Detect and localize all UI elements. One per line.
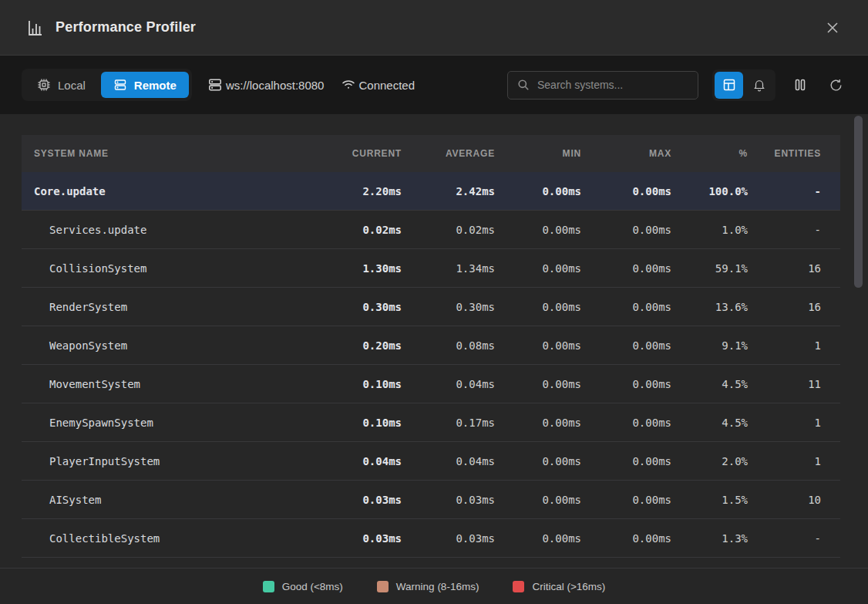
- close-button[interactable]: [820, 15, 845, 40]
- bar-chart-icon: [26, 19, 45, 37]
- entities-cell: 16: [748, 262, 840, 275]
- min-cell: 0.00ms: [495, 494, 581, 506]
- pause-button[interactable]: [789, 74, 811, 96]
- endpoint-url: ws://localhost:8080: [226, 79, 325, 92]
- pause-icon: [793, 78, 807, 92]
- percent-cell: 59.1%: [671, 262, 748, 275]
- table-row[interactable]: CollectibleSystem 0.03ms 0.03ms 0.00ms 0…: [22, 519, 840, 558]
- col-average[interactable]: AVERAGE: [402, 148, 495, 159]
- table-row[interactable]: Services.update 0.02ms 0.02ms 0.00ms 0.0…: [22, 211, 840, 249]
- current-cell: 0.30ms: [313, 301, 402, 313]
- endpoint-info: ws://localhost:8080: [207, 77, 325, 93]
- percent-cell: 1.0%: [671, 224, 748, 236]
- entities-cell: -: [748, 185, 840, 197]
- table-row[interactable]: RenderSystem 0.30ms 0.30ms 0.00ms 0.00ms…: [22, 288, 840, 326]
- performance-profiler-window: Performance Profiler Local: [0, 0, 868, 604]
- table-row[interactable]: MovementSystem 0.10ms 0.04ms 0.00ms 0.00…: [22, 365, 840, 403]
- table-row[interactable]: AISystem 0.03ms 0.03ms 0.00ms 0.00ms 1.5…: [22, 481, 840, 519]
- alerts-button[interactable]: [745, 72, 773, 99]
- legend-warning-label: Warning (8-16ms): [396, 581, 479, 592]
- table-view-button[interactable]: [715, 72, 743, 99]
- min-cell: 0.00ms: [495, 532, 581, 545]
- percent-cell: 2.0%: [671, 455, 748, 467]
- mode-switch: Local Remote: [22, 69, 192, 101]
- table-row[interactable]: EnemySpawnSystem 0.10ms 0.17ms 0.00ms 0.…: [22, 403, 840, 442]
- legend-footer: Good (<8ms) Warning (8-16ms) Critical (>…: [0, 568, 868, 604]
- system-name-cell: EnemySpawnSystem: [22, 417, 313, 429]
- col-entities[interactable]: ENTITIES: [748, 148, 840, 159]
- average-cell: 0.30ms: [402, 301, 495, 313]
- search-box: [507, 71, 698, 100]
- percent-cell: 100.0%: [671, 185, 748, 197]
- legend-item-good: Good (<8ms): [263, 581, 343, 592]
- min-cell: 0.00ms: [495, 224, 581, 236]
- remote-mode-button[interactable]: Remote: [101, 72, 189, 98]
- table-row[interactable]: PlayerInputSystem 0.04ms 0.04ms 0.00ms 0…: [22, 442, 840, 481]
- min-cell: 0.00ms: [495, 378, 581, 390]
- system-name-cell: CollisionSystem: [22, 262, 313, 275]
- max-cell: 0.00ms: [581, 339, 671, 352]
- refresh-icon: [829, 78, 843, 93]
- col-percent[interactable]: %: [671, 148, 748, 159]
- refresh-button[interactable]: [825, 74, 846, 96]
- legend-critical-label: Critical (>16ms): [532, 581, 605, 592]
- system-name-cell: Services.update: [22, 224, 313, 236]
- col-max[interactable]: MAX: [581, 148, 671, 159]
- average-cell: 0.03ms: [402, 532, 495, 545]
- magnifier-icon: [517, 79, 530, 91]
- system-name-cell: RenderSystem: [22, 301, 313, 313]
- percent-cell: 9.1%: [671, 339, 748, 352]
- vertical-scrollbar-thumb[interactable]: [854, 116, 863, 288]
- legend-item-critical: Critical (>16ms): [513, 581, 605, 592]
- view-toggle: [712, 69, 775, 101]
- min-cell: 0.00ms: [495, 339, 581, 352]
- col-current[interactable]: CURRENT: [313, 148, 402, 159]
- entities-cell: 16: [748, 301, 840, 313]
- entities-cell: 1: [748, 417, 840, 429]
- current-cell: 0.20ms: [313, 339, 402, 352]
- system-name-cell: AISystem: [22, 494, 313, 506]
- col-system-name[interactable]: SYSTEM NAME: [22, 148, 313, 159]
- average-cell: 1.34ms: [402, 262, 495, 275]
- system-name-cell: CollectibleSystem: [22, 532, 313, 545]
- max-cell: 0.00ms: [581, 262, 671, 275]
- system-name-cell: Core.update: [22, 185, 313, 197]
- max-cell: 0.00ms: [581, 494, 671, 506]
- table-body: Core.update 2.20ms 2.42ms 0.00ms 0.00ms …: [22, 172, 840, 558]
- legend-good-label: Good (<8ms): [282, 581, 343, 592]
- min-cell: 0.00ms: [495, 185, 581, 197]
- max-cell: 0.00ms: [581, 417, 671, 429]
- entities-cell: 10: [748, 494, 840, 506]
- table-row[interactable]: Core.update 2.20ms 2.42ms 0.00ms 0.00ms …: [22, 172, 840, 211]
- toolbar-right-group: [507, 69, 846, 101]
- system-name-cell: WeaponSystem: [22, 339, 313, 352]
- table-row[interactable]: WeaponSystem 0.20ms 0.08ms 0.00ms 0.00ms…: [22, 326, 840, 365]
- current-cell: 0.10ms: [313, 378, 402, 390]
- current-cell: 0.04ms: [313, 455, 402, 467]
- bell-icon: [752, 78, 766, 92]
- legend-item-warning: Warning (8-16ms): [377, 581, 479, 592]
- search-input[interactable]: [537, 79, 688, 91]
- table-row[interactable]: CollisionSystem 1.30ms 1.34ms 0.00ms 0.0…: [22, 249, 840, 288]
- server-icon: [207, 77, 223, 93]
- connection-status-label: Connected: [358, 79, 415, 92]
- current-cell: 0.03ms: [313, 494, 402, 506]
- max-cell: 0.00ms: [581, 301, 671, 313]
- entities-cell: -: [748, 532, 840, 545]
- percent-cell: 1.5%: [671, 494, 748, 506]
- local-mode-label: Local: [58, 79, 86, 92]
- system-name-cell: MovementSystem: [22, 378, 313, 390]
- close-x-icon: [825, 20, 840, 35]
- percent-cell: 13.6%: [671, 301, 748, 313]
- system-name-cell: PlayerInputSystem: [22, 455, 313, 467]
- min-cell: 0.00ms: [495, 262, 581, 275]
- content-area: SYSTEM NAME CURRENT AVERAGE MIN MAX % EN…: [0, 114, 868, 568]
- percent-cell: 1.3%: [671, 532, 748, 545]
- average-cell: 0.04ms: [402, 455, 495, 467]
- local-mode-button[interactable]: Local: [25, 72, 98, 98]
- col-min[interactable]: MIN: [495, 148, 581, 159]
- current-cell: 1.30ms: [313, 262, 402, 275]
- percent-cell: 4.5%: [671, 417, 748, 429]
- min-cell: 0.00ms: [495, 417, 581, 429]
- max-cell: 0.00ms: [581, 532, 671, 545]
